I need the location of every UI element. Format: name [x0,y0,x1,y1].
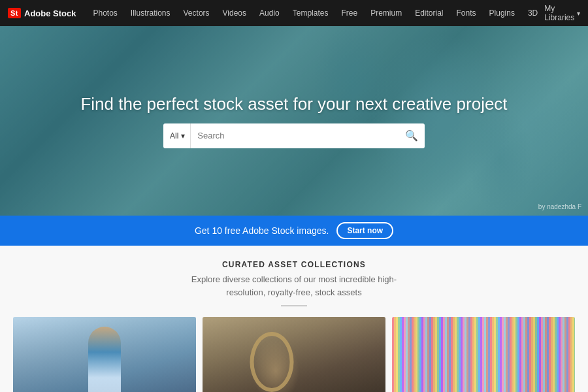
hero-section: Find the perfect stock asset for your ne… [0,26,588,216]
collections-grid [13,317,575,392]
nav-item-vectors[interactable]: Vectors [177,0,216,26]
collections-header: CURATED ASSET COLLECTIONS Explore divers… [13,260,575,306]
promo-banner: Get 10 free Adobe Stock images. Start no… [0,216,588,246]
search-bar: All ▾ 🔍 [163,123,425,148]
nav-right: My Libraries ▾ [544,4,580,22]
search-type-chevron: ▾ [181,131,185,140]
start-now-button[interactable]: Start now [336,222,393,239]
logo-text: Adobe Stock [24,8,76,18]
nav-item-videos[interactable]: Videos [216,0,253,26]
collections-title: CURATED ASSET COLLECTIONS [13,260,575,269]
hero-credit: by nadezhda F [538,203,581,210]
nav-item-templates[interactable]: Templates [286,0,335,26]
my-libraries-label: My Libraries [544,4,574,22]
nav-item-fonts[interactable]: Fonts [450,0,483,26]
nav-item-3d[interactable]: 3D [521,0,544,26]
search-icon: 🔍 [405,129,418,142]
promo-text: Get 10 free Adobe Stock images. [195,225,329,236]
search-type-label: All [170,131,178,140]
search-button[interactable]: 🔍 [399,123,425,148]
search-type-dropdown[interactable]: All ▾ [163,123,191,148]
nav-items: Photos Illustrations Vectors Videos Audi… [86,0,544,26]
nav-item-audio[interactable]: Audio [253,0,286,26]
collections-section: CURATED ASSET COLLECTIONS Explore divers… [0,246,588,392]
my-libraries-button[interactable]: My Libraries ▾ [544,4,580,22]
logo[interactable]: St Adobe Stock [8,8,76,18]
hero-content: Find the perfect stock asset for your ne… [80,94,507,148]
collections-subtitle: Explore diverse collections of our most … [189,273,399,299]
logo-badge: St [8,8,21,18]
nav-item-plugins[interactable]: Plugins [483,0,521,26]
nav-item-editorial[interactable]: Editorial [408,0,449,26]
collection-card-interior[interactable] [203,317,385,392]
navbar: St Adobe Stock Photos Illustrations Vect… [0,0,588,26]
collection-card-fashion[interactable] [13,317,196,392]
search-input[interactable] [191,123,399,148]
chevron-down-icon: ▾ [577,10,580,17]
nav-item-photos[interactable]: Photos [86,0,123,26]
collections-divider [281,305,307,306]
nav-item-illustrations[interactable]: Illustrations [124,0,177,26]
hero-title: Find the perfect stock asset for your ne… [80,94,507,114]
nav-item-premium[interactable]: Premium [364,0,408,26]
nav-item-free[interactable]: Free [335,0,364,26]
collection-card-abstract[interactable] [392,317,575,392]
